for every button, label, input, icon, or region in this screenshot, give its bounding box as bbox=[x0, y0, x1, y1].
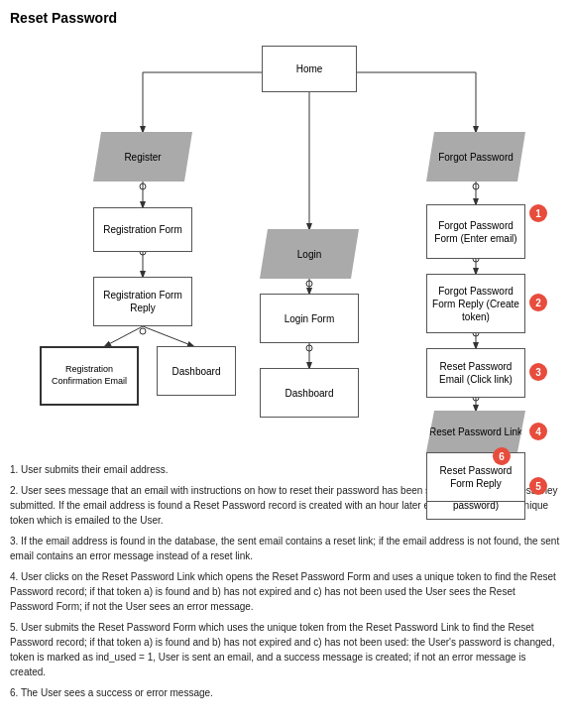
badge-2: 2 bbox=[529, 294, 547, 311]
registration-confirmation-email-node: Registration Confirmation Email bbox=[40, 346, 139, 406]
badge-4: 4 bbox=[529, 423, 547, 440]
dashboard-login-node: Dashboard bbox=[260, 368, 359, 418]
badge-3: 3 bbox=[529, 363, 547, 381]
forgot-password-form-node: Forgot Password Form (Enter email) bbox=[426, 204, 525, 259]
svg-point-13 bbox=[140, 328, 146, 334]
note-4: 4. User clicks on the Reset Password Lin… bbox=[10, 569, 561, 614]
badge-6: 6 bbox=[493, 447, 511, 465]
svg-point-19 bbox=[473, 183, 479, 189]
badge-5: 5 bbox=[529, 477, 547, 495]
note-3: 3. If the email address is found in the … bbox=[10, 534, 561, 563]
forgot-password-form-reply-node: Forgot Password Form Reply (Create token… bbox=[426, 274, 525, 333]
dashboard-left-node: Dashboard bbox=[157, 346, 236, 396]
reset-password-form-reply-node: Reset Password Form Reply bbox=[426, 452, 525, 502]
svg-point-8 bbox=[140, 183, 146, 189]
forgot-password-node: Forgot Password bbox=[426, 132, 525, 182]
login-form-node: Login Form bbox=[260, 294, 359, 343]
svg-point-17 bbox=[306, 345, 312, 351]
login-node: Login bbox=[260, 229, 359, 279]
reset-password-email-node: Reset Password Email (Click link) bbox=[426, 348, 525, 398]
home-node: Home bbox=[262, 46, 357, 92]
badge-1: 1 bbox=[529, 204, 547, 222]
note-6: 6. The User sees a success or error mess… bbox=[10, 685, 561, 700]
svg-line-11 bbox=[105, 326, 143, 346]
registration-form-reply-node: Registration Form Reply bbox=[93, 277, 192, 326]
register-node: Register bbox=[93, 132, 192, 182]
note-5: 5. User submits the Reset Password Form … bbox=[10, 620, 561, 679]
reset-password-link-node: Reset Password Link bbox=[426, 411, 525, 452]
registration-form-node: Registration Form bbox=[93, 207, 192, 252]
svg-point-15 bbox=[306, 281, 312, 287]
svg-line-12 bbox=[143, 326, 193, 346]
page-title: Reset Password bbox=[10, 10, 561, 26]
diagram: Home Register Login Forgot Password Regi… bbox=[10, 36, 561, 452]
